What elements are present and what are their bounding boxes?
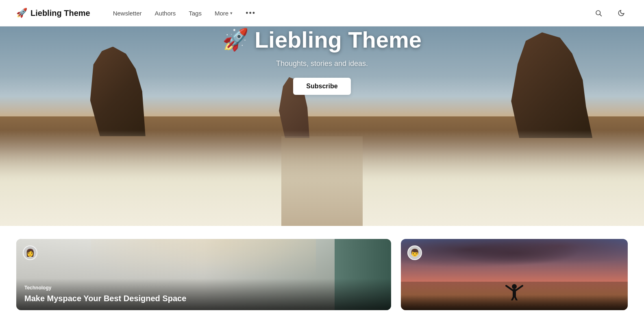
card-left-title: Make Myspace Your Best Designed Space xyxy=(24,293,383,304)
avatar-emoji: 👩 xyxy=(26,248,35,257)
navigation: 🚀 Liebling Theme Newsletter Authors Tags… xyxy=(0,0,644,26)
nav-left: 🚀 Liebling Theme Newsletter Authors Tags… xyxy=(16,8,256,18)
brand-name[interactable]: Liebling Theme xyxy=(30,9,90,18)
chevron-down-icon: ▾ xyxy=(230,11,233,16)
nav-right xyxy=(592,7,628,20)
svg-line-1 xyxy=(600,14,601,16)
card-left-overlay: Technology Make Myspace Your Best Design… xyxy=(16,278,391,310)
svg-point-3 xyxy=(512,284,517,289)
search-button[interactable] xyxy=(592,7,605,20)
hero-title: Liebling Theme xyxy=(255,26,422,53)
nav-link-tags[interactable]: Tags xyxy=(189,10,202,17)
search-icon xyxy=(595,9,602,17)
nav-links: Newsletter Authors Tags More ▾ ••• xyxy=(113,9,256,18)
avatar-emoji-right: 👦 xyxy=(410,248,419,257)
card-left-avatar: 👩 xyxy=(23,245,37,260)
hero-road xyxy=(281,136,363,226)
hero-section: 🚀 Liebling Theme Thoughts, stories and i… xyxy=(0,26,644,226)
nav-dots[interactable]: ••• xyxy=(246,9,256,18)
nav-more-dropdown[interactable]: More ▾ xyxy=(215,10,233,17)
dark-mode-button[interactable] xyxy=(615,7,628,20)
moon-icon xyxy=(618,9,625,17)
logo-emoji: 🚀 xyxy=(16,8,27,18)
hero-title-row: 🚀 Liebling Theme xyxy=(222,26,422,53)
card-category-label: Technology xyxy=(24,285,383,291)
card-right-overlay xyxy=(401,295,628,310)
card-sunset[interactable]: 👦 xyxy=(401,239,628,310)
subscribe-button[interactable]: Subscribe xyxy=(293,78,350,95)
nav-link-authors[interactable]: Authors xyxy=(155,10,176,17)
nav-link-newsletter[interactable]: Newsletter xyxy=(113,10,142,17)
card-clouds xyxy=(401,239,628,275)
card-right-avatar: 👦 xyxy=(407,245,422,260)
cards-section: 👩 Technology Make Myspace Your Best Desi… xyxy=(0,226,644,310)
hero-content: 🚀 Liebling Theme Thoughts, stories and i… xyxy=(0,26,644,95)
card-technology[interactable]: 👩 Technology Make Myspace Your Best Desi… xyxy=(16,239,391,310)
hero-subtitle: Thoughts, stories and ideas. xyxy=(276,59,368,68)
hero-rocket-icon: 🚀 xyxy=(222,27,249,52)
nav-more-label: More xyxy=(215,10,228,17)
